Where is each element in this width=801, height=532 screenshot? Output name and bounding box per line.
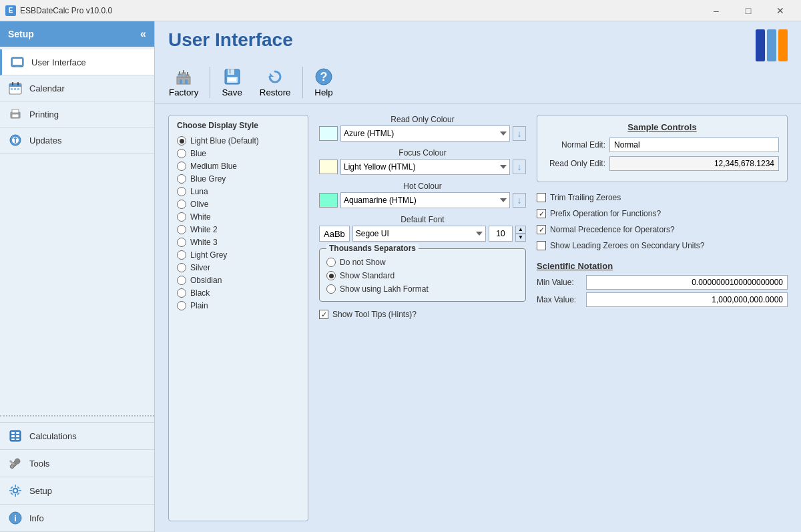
sidebar-item-printing[interactable]: Printing [0,101,154,127]
radio-item-blue[interactable]: Blue [177,148,300,159]
readonly-colour-select[interactable]: Azure (HTML) [340,125,510,142]
sidebar-item-setup[interactable]: Setup [0,477,154,505]
display-style-panel: Choose Display Style Light Blue (Default… [168,115,308,521]
save-label: Save [222,87,242,97]
svg-rect-47 [187,72,188,75]
calculations-icon [8,429,23,443]
svg-rect-50 [229,69,231,73]
radio-item-obsidian[interactable]: Obsidian [177,275,300,286]
normal-edit-input[interactable] [609,138,779,152]
app-title: ESBDateCalc Pro v10.0.0 [20,6,701,15]
focus-colour-swatch [319,160,338,174]
sample-controls-panel: Sample Controls Normal Edit: Read Only E… [537,115,788,182]
help-label: Help [314,87,332,97]
radio-item-light-blue-default[interactable]: Light Blue (Default) [177,136,300,146]
font-preview: AaBb [319,226,350,242]
sidebar-item-user-interface[interactable]: User Interface [0,49,154,75]
hot-colour-select[interactable]: Aquamarine (HTML) [340,192,510,208]
sidebar-item-updates[interactable]: Updates [0,127,154,154]
radio-label-plain: Plain [190,301,208,310]
font-size-input[interactable] [489,226,513,242]
tooltips-checkbox: ✓ [319,310,328,319]
svg-rect-10 [17,88,19,90]
radio-item-white-3[interactable]: White 3 [177,237,300,248]
hot-colour-row: Hot Colour Aquamarine (HTML) ↓ [319,182,526,208]
radio-label-obsidian: Obsidian [190,276,222,285]
hot-colour-arrow[interactable]: ↓ [513,193,526,208]
leading-zeroes-row[interactable]: Show Leading Zeroes on Secondary Units? [537,240,788,252]
radio-label-silver: Silver [190,263,210,272]
svg-rect-52 [228,78,236,81]
sidebar-item-label-info: Info [29,513,44,523]
leading-zeroes-checkbox [537,241,546,250]
svg-rect-46 [183,70,184,73]
scientific-title: Scientific Notation [537,261,788,271]
radio-item-blue-grey[interactable]: Blue Grey [177,174,300,184]
font-size-up[interactable]: ▲ [515,226,526,234]
sidebar-nav: User Interface Calendar [0,47,154,410]
sidebar-item-tools[interactable]: Tools [0,450,154,477]
radio-item-white[interactable]: White [177,212,300,222]
font-family-select[interactable]: Segoe UI [352,226,486,242]
sci-min-input[interactable] [586,275,788,290]
scientific-section: Scientific Notation Min Value: Max Value… [537,261,788,310]
trim-trailing-label: Trim Trailing Zeroes [550,193,621,202]
sci-min-label: Min Value: [537,278,582,287]
radio-item-light-grey[interactable]: Light Grey [177,250,300,260]
setup-icon [8,483,23,498]
svg-text:?: ? [320,70,328,83]
radio-item-silver[interactable]: Silver [177,262,300,273]
font-label: Default Font [319,215,526,224]
factory-button[interactable]: Factory [160,64,207,101]
normal-precedence-row[interactable]: ✓ Normal Precedence for Operators? [537,224,788,236]
normal-precedence-checkbox: ✓ [537,225,546,234]
sample-controls-title: Sample Controls [545,122,779,132]
radio-item-plain[interactable]: Plain [177,300,300,311]
thousands-do-not-show[interactable]: Do not Show [326,257,519,268]
radio-label-white: White [190,212,211,222]
thousands-show-lakh[interactable]: Show using Lakh Format [326,284,519,294]
page-header: User Interface [155,21,801,61]
toolbar: Factory Save [155,61,801,104]
sidebar-item-calculations[interactable]: Calculations [0,423,154,450]
sidebar-item-calendar[interactable]: Calendar [0,75,154,101]
minimize-button[interactable]: – [701,0,732,21]
svg-rect-2 [15,65,19,67]
focus-colour-row: Focus Colour Light Yellow (HTML) ↓ [319,148,526,175]
radio-item-olive[interactable]: Olive [177,199,300,210]
close-button[interactable]: ✕ [765,0,796,21]
sci-max-input[interactable] [586,292,788,307]
normal-edit-row: Normal Edit: [545,138,779,152]
content-area: Choose Display Style Light Blue (Default… [155,104,801,532]
radio-item-luna[interactable]: Luna [177,186,300,197]
radio-circle-white-2 [177,225,186,234]
tooltips-checkbox-row[interactable]: ✓ Show Tool Tips (Hints)? [319,308,526,320]
font-size-down[interactable]: ▼ [515,234,526,242]
help-button[interactable]: ? Help [306,64,342,101]
focus-colour-select[interactable]: Light Yellow (HTML) [340,159,510,175]
window-controls: – □ ✕ [701,0,796,21]
save-button[interactable]: Save [213,64,250,101]
toolbar-separator-1 [210,67,210,98]
radio-item-black[interactable]: Black [177,288,300,298]
readonly-colour-arrow[interactable]: ↓ [513,126,526,141]
prefix-operation-row[interactable]: ✓ Prefix Operation for Functions? [537,208,788,220]
restore-button[interactable]: Restore [251,64,300,101]
radio-item-white-2[interactable]: White 2 [177,224,300,235]
maximize-button[interactable]: □ [733,0,764,21]
sidebar-item-info[interactable]: i Info [0,505,154,532]
thousands-show-standard[interactable]: Show Standard [326,270,519,281]
readonly-colour-row: Read Only Colour Azure (HTML) ↓ [319,115,526,142]
focus-colour-arrow[interactable]: ↓ [513,160,526,174]
thousands-label-show-standard: Show Standard [340,271,394,280]
readonly-edit-label: Read Only Edit: [545,159,605,168]
sidebar-collapse-button[interactable]: « [140,28,146,40]
svg-rect-17 [15,139,16,143]
trim-trailing-row[interactable]: Trim Trailing Zeroes [537,192,788,204]
radio-label-white-3: White 3 [190,238,218,247]
restore-label: Restore [260,87,291,97]
readonly-edit-input[interactable] [609,156,779,171]
radio-item-medium-blue[interactable]: Medium Blue [177,161,300,172]
right-panel: Sample Controls Normal Edit: Read Only E… [537,115,788,521]
radio-circle-white-3 [177,238,186,247]
